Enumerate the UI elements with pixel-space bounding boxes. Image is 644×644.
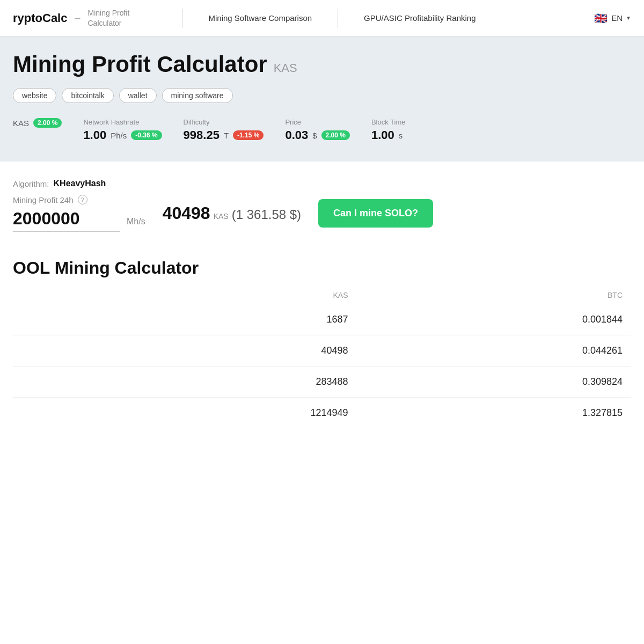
- hashrate-input[interactable]: [13, 209, 120, 232]
- price-value-row: 0.03 $ 2.00 %: [285, 128, 350, 142]
- row-period-2: [13, 335, 95, 367]
- table-row: 40498 0.044261: [13, 335, 631, 367]
- row-btc-2: 0.044261: [356, 335, 631, 367]
- title-row: Mining Profit Calculator KAS: [13, 52, 631, 77]
- col-period: [13, 287, 95, 304]
- table-row: 1687 0.001844: [13, 304, 631, 335]
- algorithm-row: Algorithm: KHeavyHash: [13, 179, 631, 188]
- coin-badge: 2.00 %: [33, 118, 62, 128]
- language-selector[interactable]: 🇬🇧 EN ▼: [593, 11, 631, 26]
- row-period-3: [13, 367, 95, 398]
- row-btc-4: 1.327815: [356, 398, 631, 429]
- pool-table: KAS BTC 1687 0.001844 40498 0.044261 28: [13, 287, 631, 428]
- network-hashrate-value: 1.00: [83, 128, 106, 142]
- stats-row: KAS 2.00 % Network Hashrate 1.00 Ph/s -0…: [13, 118, 631, 142]
- pool-table-header-row: KAS BTC: [13, 287, 631, 304]
- hashrate-input-block: Mining Profit 24h ? Mh/s: [13, 195, 145, 232]
- profit-usd: (1 361.58 $): [232, 207, 301, 222]
- hashrate-input-row: Mh/s: [13, 209, 145, 232]
- stat-block-time: Block Time 1.00 s: [371, 118, 406, 142]
- network-hashrate-label: Network Hashrate: [83, 118, 162, 126]
- algorithm-name: KHeavyHash: [54, 179, 106, 188]
- stat-coin: KAS 2.00 %: [13, 118, 62, 128]
- profit-label: Mining Profit 24h: [13, 195, 74, 204]
- row-kas-2: 40498: [95, 335, 357, 367]
- difficulty-unit: T: [224, 131, 229, 140]
- solo-mine-button[interactable]: Can I mine SOLO?: [318, 199, 433, 228]
- block-time-label: Block Time: [371, 118, 406, 126]
- col-btc: BTC: [356, 287, 631, 304]
- stat-difficulty: Difficulty 998.25 T -1.15 %: [184, 118, 264, 142]
- row-kas-4: 1214949: [95, 398, 357, 429]
- stat-network-hashrate: Network Hashrate 1.00 Ph/s -0.36 %: [83, 118, 162, 142]
- input-result-row: Mining Profit 24h ? Mh/s 40498KAS (1 361…: [13, 195, 631, 232]
- help-icon[interactable]: ?: [78, 195, 87, 204]
- calculator-section: Algorithm: KHeavyHash Mining Profit 24h …: [0, 162, 644, 245]
- pool-section-title: OOL Mining Calculator: [13, 245, 631, 287]
- coin-label: KAS: [274, 61, 297, 75]
- header: ryptoCalc – Mining Profit Calculator Min…: [0, 0, 644, 36]
- difficulty-value: 998.25: [184, 128, 219, 142]
- pool-section: OOL Mining Calculator KAS BTC 1687 0.001…: [0, 245, 644, 445]
- language-label: EN: [611, 13, 623, 23]
- difficulty-value-row: 998.25 T -1.15 %: [184, 128, 264, 142]
- network-hashrate-unit: Ph/s: [111, 131, 127, 140]
- pool-table-header: KAS BTC: [13, 287, 631, 304]
- brand-separator: –: [75, 12, 80, 24]
- stat-price: Price 0.03 $ 2.00 %: [285, 118, 350, 142]
- flag-icon: 🇬🇧: [593, 11, 608, 26]
- nav-gpu-ranking[interactable]: GPU/ASIC Profitability Ranking: [351, 13, 488, 23]
- nav-divider: [338, 9, 338, 28]
- chevron-down-icon: ▼: [626, 15, 631, 21]
- tag-mining-software[interactable]: mining software: [162, 88, 233, 103]
- network-hashrate-value-row: 1.00 Ph/s -0.36 %: [83, 128, 162, 142]
- tag-website[interactable]: website: [13, 88, 56, 103]
- block-time-unit: s: [399, 131, 403, 140]
- price-label: Price: [285, 118, 350, 126]
- profit-kas-unit: KAS: [214, 212, 229, 221]
- page-title: Mining Profit Calculator: [13, 52, 267, 77]
- row-btc-3: 0.309824: [356, 367, 631, 398]
- row-period-4: [13, 398, 95, 429]
- row-kas-3: 283488: [95, 367, 357, 398]
- row-btc-1: 0.001844: [356, 304, 631, 335]
- row-period-1: [13, 304, 95, 335]
- tag-links-row: website bitcointalk wallet mining softwa…: [13, 88, 631, 103]
- profit-label-row: Mining Profit 24h ?: [13, 195, 145, 204]
- coin-abbr: KAS: [13, 119, 29, 128]
- price-badge: 2.00 %: [321, 130, 350, 140]
- profit-result: 40498KAS (1 361.58 $): [163, 203, 301, 223]
- difficulty-label: Difficulty: [184, 118, 264, 126]
- block-time-value: 1.00: [371, 128, 394, 142]
- tag-bitcointalk[interactable]: bitcointalk: [62, 88, 113, 103]
- brand: ryptoCalc – Mining Profit Calculator: [13, 8, 152, 27]
- brand-subtitle: Mining Profit Calculator: [88, 8, 152, 27]
- col-kas: KAS: [95, 287, 357, 304]
- tag-wallet[interactable]: wallet: [119, 88, 157, 103]
- difficulty-badge: -1.15 %: [233, 130, 264, 140]
- pool-table-body: 1687 0.001844 40498 0.044261 283488 0.30…: [13, 304, 631, 429]
- block-time-value-row: 1.00 s: [371, 128, 406, 142]
- hashrate-unit: Mh/s: [127, 217, 145, 226]
- table-row: 283488 0.309824: [13, 367, 631, 398]
- price-value: 0.03: [285, 128, 308, 142]
- algorithm-prefix: Algorithm:: [13, 179, 49, 188]
- pool-table-wrap: KAS BTC 1687 0.001844 40498 0.044261 28: [13, 287, 631, 428]
- price-unit: $: [312, 131, 317, 140]
- coin-value-row: KAS 2.00 %: [13, 118, 62, 128]
- brand-name: ryptoCalc: [13, 11, 67, 25]
- hero-section: Mining Profit Calculator KAS website bit…: [0, 36, 644, 162]
- profit-kas-amount: 40498: [163, 203, 210, 223]
- header-nav: Mining Software Comparison GPU/ASIC Prof…: [196, 9, 594, 28]
- header-divider: [182, 9, 183, 28]
- row-kas-1: 1687: [95, 304, 357, 335]
- nav-mining-software[interactable]: Mining Software Comparison: [196, 13, 325, 23]
- network-hashrate-badge: -0.36 %: [131, 130, 162, 140]
- table-row: 1214949 1.327815: [13, 398, 631, 429]
